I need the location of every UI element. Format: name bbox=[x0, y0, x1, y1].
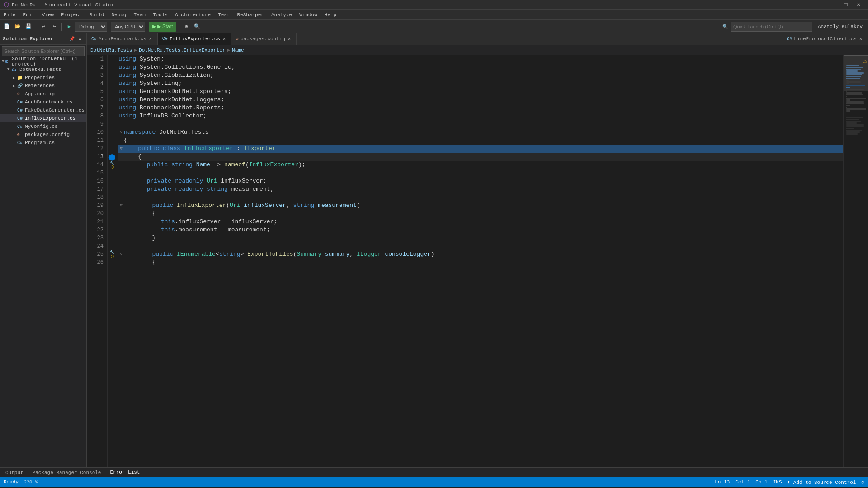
tab-lineprotocol[interactable]: C# LineProtocolClient.cs ✕ bbox=[782, 33, 868, 45]
kw: using bbox=[118, 55, 136, 63]
ln-2: 2 bbox=[89, 63, 105, 71]
fakedatagenerator-label: FakeDataGenerator.cs bbox=[25, 108, 85, 113]
tab-cs-icon: C# bbox=[91, 37, 97, 42]
ln-14: 14 bbox=[89, 161, 105, 169]
cs-icon: C# bbox=[17, 124, 24, 129]
tree-item-appconfig[interactable]: ▶ ⚙ App.config bbox=[0, 90, 86, 98]
minimap[interactable]: ⚠ bbox=[843, 55, 868, 467]
gutter-2 bbox=[108, 63, 117, 71]
status-source-control[interactable]: ⬆ Add to Source Control bbox=[788, 479, 856, 485]
debug-mode-dropdown[interactable]: Debug Release bbox=[75, 22, 107, 32]
tab-influxexporter-close[interactable]: ✕ bbox=[222, 36, 226, 42]
tree-item-properties[interactable]: ▶ 📁 Properties bbox=[0, 74, 86, 82]
code-content[interactable]: using System; using System.Collections.G… bbox=[117, 55, 843, 467]
tab-packagesconfig-label: packages.config bbox=[241, 36, 285, 42]
menu-item-architecture[interactable]: Architecture bbox=[171, 10, 214, 20]
code-line-8: using InfluxDB.Collector; bbox=[118, 112, 843, 120]
code-line-4: using System.Linq; bbox=[118, 80, 843, 88]
solution-explorer: Solution Explorer 📌 ✕ ▼ ⊞ Solution 'DotN… bbox=[0, 33, 87, 467]
ln-23: 23 bbox=[89, 234, 105, 242]
tab-packagesconfig-close[interactable]: ✕ bbox=[287, 36, 292, 42]
menu-item-team[interactable]: Team bbox=[130, 10, 149, 20]
menu-item-help[interactable]: Help bbox=[321, 10, 340, 20]
menu-item-file[interactable]: File bbox=[0, 10, 19, 20]
minimize-button[interactable]: ─ bbox=[827, 0, 839, 10]
kw: using bbox=[118, 63, 136, 71]
packagesconfig-label: packages.config bbox=[25, 132, 70, 137]
new-project-button[interactable]: 📄 bbox=[2, 22, 12, 32]
bottom-tab-output[interactable]: Output bbox=[4, 470, 25, 475]
main-layout: Solution Explorer 📌 ✕ ▼ ⊞ Solution 'DotN… bbox=[0, 33, 868, 467]
close-button[interactable]: ✕ bbox=[853, 0, 864, 10]
breadcrumb-namespace[interactable]: DotNetRu.Tests.InfluxExporter bbox=[139, 47, 225, 53]
menu-item-view[interactable]: View bbox=[38, 10, 57, 20]
tree-item-solution[interactable]: ▼ ⊞ Solution 'DotNetRu' (1 project) bbox=[0, 57, 86, 66]
tab-influxexporter[interactable]: C# InfluxExporter.cs ✕ bbox=[158, 33, 231, 45]
status-ready[interactable]: Ready bbox=[4, 479, 19, 485]
start-debug-icon[interactable]: ▶ bbox=[64, 22, 74, 32]
editor-area: C# ArchBenchmark.cs ✕ C# InfluxExporter.… bbox=[87, 33, 868, 467]
gutter-14: 🔧 ⬡ bbox=[108, 161, 117, 169]
toolbar-separator-2 bbox=[61, 23, 62, 31]
se-pin-button[interactable]: 📌 bbox=[68, 35, 75, 42]
breadcrumb-member[interactable]: Name bbox=[232, 47, 244, 53]
window-title: DotNetRu - Microsoft Visual Studio bbox=[12, 2, 113, 8]
kw: public bbox=[152, 202, 173, 210]
gutter-22 bbox=[108, 226, 117, 234]
tree-item-programcs[interactable]: ▶ C# Program.cs bbox=[0, 139, 86, 147]
bottom-tab-errorlist[interactable]: Error List bbox=[108, 469, 142, 475]
breadcrumb-project[interactable]: DotNetRu.Tests bbox=[90, 47, 132, 53]
undo-button[interactable]: ↩ bbox=[38, 22, 48, 32]
tree-item-myconfig[interactable]: ▶ C# MyConfig.cs bbox=[0, 122, 86, 131]
gutter-11 bbox=[108, 136, 117, 145]
tree-item-archbenchmark[interactable]: ▶ C# ArchBenchmark.cs bbox=[0, 98, 86, 106]
ln-7: 7 bbox=[89, 104, 105, 112]
bottom-tab-packagemanager[interactable]: Package Manager Console bbox=[31, 470, 103, 475]
menu-item-test[interactable]: Test bbox=[214, 10, 233, 20]
fold-12[interactable]: ▽ bbox=[118, 145, 124, 153]
fold-19[interactable]: ▽ bbox=[118, 202, 124, 210]
quick-launch-input[interactable] bbox=[731, 22, 812, 32]
tree-item-influxexporter[interactable]: ▶ C# InfluxExporter.cs bbox=[0, 114, 86, 122]
gutter-13: ⬤ bbox=[108, 153, 117, 161]
tree-arrow: ▶ bbox=[13, 75, 17, 80]
fold-10[interactable]: ▽ bbox=[118, 128, 124, 136]
open-button[interactable]: 📂 bbox=[13, 22, 23, 32]
status-zoom[interactable]: 220 % bbox=[24, 480, 38, 485]
tree-item-references[interactable]: ▶ 🔗 References bbox=[0, 82, 86, 90]
toolbar-btn-extra1[interactable]: ⚙ bbox=[181, 22, 191, 32]
menu-item-build[interactable]: Build bbox=[85, 10, 108, 20]
tab-packagesconfig[interactable]: ⚙ packages.config ✕ bbox=[231, 33, 297, 45]
solution-explorer-search[interactable] bbox=[2, 46, 85, 56]
redo-button[interactable]: ↪ bbox=[49, 22, 59, 32]
status-ln[interactable]: Ln 13 bbox=[715, 479, 730, 485]
tab-archbenchmark-close[interactable]: ✕ bbox=[148, 36, 153, 42]
status-ins[interactable]: INS bbox=[773, 479, 782, 485]
tab-archbenchmark[interactable]: C# ArchBenchmark.cs ✕ bbox=[87, 33, 158, 45]
save-button[interactable]: 💾 bbox=[24, 22, 33, 32]
tab-lineprotocol-close[interactable]: ✕ bbox=[859, 36, 863, 42]
ln-20: 20 bbox=[89, 210, 105, 218]
menu-item-resharper[interactable]: ReSharper bbox=[234, 10, 268, 20]
code-line-17: private readonly string measurement; bbox=[118, 185, 843, 193]
type: InfluxExporter bbox=[249, 161, 298, 169]
tree-item-fakedatagenerator[interactable]: ▶ C# FakeDataGenerator.cs bbox=[0, 106, 86, 114]
menu-item-tools[interactable]: Tools bbox=[149, 10, 171, 20]
kw: using bbox=[118, 112, 136, 120]
menu-item-project[interactable]: Project bbox=[57, 10, 85, 20]
maximize-button[interactable]: □ bbox=[840, 0, 852, 10]
status-ch[interactable]: Ch 1 bbox=[755, 479, 767, 485]
status-col[interactable]: Col 1 bbox=[735, 479, 750, 485]
menu-item-edit[interactable]: Edit bbox=[19, 10, 38, 20]
tree-item-packagesconfig[interactable]: ▶ ⚙ packages.config bbox=[0, 131, 86, 139]
platform-dropdown[interactable]: Any CPU x86 x64 bbox=[111, 22, 145, 32]
start-button[interactable]: ▶ ▶ Start bbox=[149, 22, 176, 32]
gutter-24 bbox=[108, 242, 117, 250]
param: measurement bbox=[318, 202, 357, 210]
fold-25[interactable]: ▽ bbox=[118, 250, 124, 258]
se-close-button[interactable]: ✕ bbox=[76, 35, 84, 42]
toolbar-btn-extra2[interactable]: 🔍 bbox=[192, 22, 202, 32]
menu-item-window[interactable]: Window bbox=[296, 10, 321, 20]
menu-item-debug[interactable]: Debug bbox=[108, 10, 130, 20]
menu-item-analyze[interactable]: Analyze bbox=[268, 10, 296, 20]
